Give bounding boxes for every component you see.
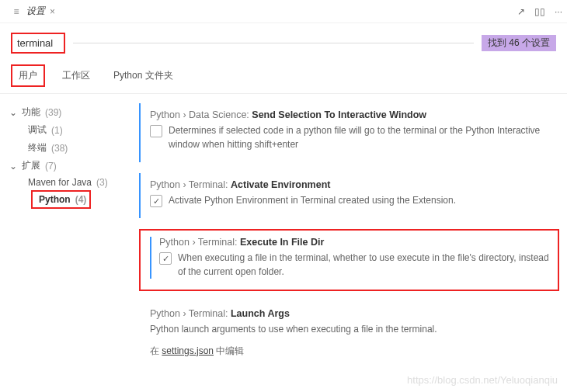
titlebar-actions: ↗ ▯▯ ··· [517, 6, 562, 17]
setting-activate-env: Python › Terminal: Activate Environment … [139, 173, 559, 218]
setting-title: Python › Terminal: Launch Args [150, 308, 553, 319]
sidebar-item-label: Python [39, 194, 71, 205]
sidebar-item-count: (39) [45, 107, 61, 118]
tab-workspace[interactable]: 工作区 [56, 66, 96, 85]
sidebar-item-count: (3) [96, 177, 108, 188]
sidebar-item-count: (7) [45, 161, 57, 172]
sidebar-item-count: (38) [51, 143, 68, 154]
sidebar-item-count: (4) [75, 194, 87, 205]
sidebar-item-label: 扩展 [22, 159, 40, 172]
editor-tabbar: ≡ 设置 × ↗ ▯▯ ··· [0, 0, 567, 23]
setting-description: Python launch arguments to use when exec… [150, 322, 553, 336]
setting-title: Python › Data Science: Send Selection To… [150, 109, 553, 120]
tab-folder[interactable]: Python 文件夹 [107, 66, 179, 85]
setting-description: Activate Python Environment in Terminal … [169, 193, 456, 207]
setting-send-selection: Python › Data Science: Send Selection To… [139, 103, 559, 162]
search-underline [73, 43, 474, 43]
sidebar-item-label: Maven for Java [28, 177, 92, 188]
settings-tab-title: 设置 [26, 5, 45, 18]
checkbox[interactable]: ✓ [150, 195, 162, 207]
setting-description: Determines if selected code in a python … [169, 123, 553, 151]
settings-tab-icon: ≡ [11, 6, 22, 17]
tab-user[interactable]: 用户 [11, 64, 45, 87]
setting-description: When executing a file in the terminal, w… [178, 251, 551, 279]
split-editor-icon[interactable]: ▯▯ [534, 6, 545, 17]
settings-content: Python › Data Science: Send Selection To… [136, 94, 567, 392]
open-json-icon[interactable]: ↗ [517, 6, 525, 17]
settings-body: ⌄ 功能 (39) 调试 (1) 终端 (38) ⌄ 扩展 (7) Maven … [0, 94, 567, 392]
setting-execute-in-file-dir: Python › Terminal: Execute In File Dir ✓… [150, 237, 551, 279]
sidebar-item-label: 终端 [28, 141, 47, 154]
settings-nav-sidebar: ⌄ 功能 (39) 调试 (1) 终端 (38) ⌄ 扩展 (7) Maven … [0, 94, 136, 392]
chevron-down-icon: ⌄ [9, 161, 19, 172]
settings-json-link[interactable]: settings.json [162, 345, 214, 356]
sidebar-item-count: (1) [51, 125, 63, 136]
scope-tabs: 用户 工作区 Python 文件夹 [0, 58, 567, 94]
sidebar-item-features[interactable]: ⌄ 功能 (39) [6, 103, 130, 121]
edit-in-json-row: 在 settings.json 中编辑 [150, 344, 553, 358]
setting-title: Python › Terminal: Execute In File Dir [159, 237, 551, 248]
sidebar-item-python[interactable]: Python (4) [31, 190, 91, 209]
checkbox[interactable]: ✓ [159, 252, 172, 265]
sidebar-item-maven[interactable]: Maven for Java (3) [6, 175, 130, 190]
settings-search-row: 找到 46 个设置 [0, 23, 567, 58]
sidebar-item-terminal[interactable]: 终端 (38) [6, 139, 130, 157]
close-icon[interactable]: × [50, 6, 55, 17]
settings-search-input[interactable] [11, 33, 65, 54]
settings-tab[interactable]: ≡ 设置 × [5, 0, 61, 23]
sidebar-item-label: 功能 [22, 106, 40, 119]
chevron-down-icon: ⌄ [9, 107, 19, 118]
search-result-count: 找到 46 个设置 [482, 35, 556, 51]
sidebar-item-label: 调试 [28, 123, 47, 137]
highlighted-setting: Python › Terminal: Execute In File Dir ✓… [139, 229, 559, 291]
checkbox[interactable] [150, 125, 162, 137]
more-actions-icon[interactable]: ··· [555, 6, 562, 17]
setting-launch-args: Python › Terminal: Launch Args Python la… [139, 302, 559, 369]
sidebar-item-debug[interactable]: 调试 (1) [6, 121, 130, 139]
sidebar-item-extensions[interactable]: ⌄ 扩展 (7) [6, 157, 130, 175]
setting-title: Python › Terminal: Activate Environment [150, 179, 553, 190]
